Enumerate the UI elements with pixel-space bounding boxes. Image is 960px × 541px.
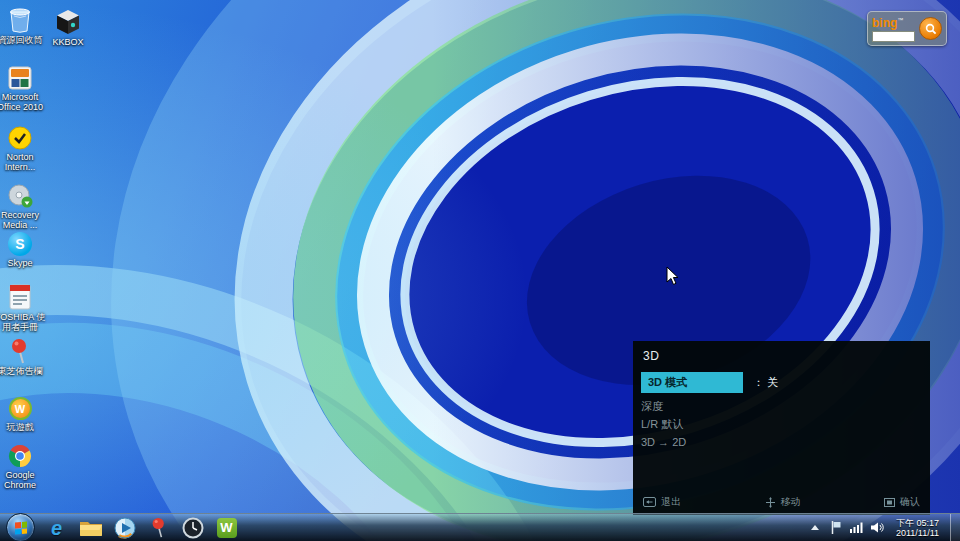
- osd-title: 3D: [633, 347, 930, 372]
- clock-time: 下午 05:17: [896, 518, 939, 528]
- bing-logo: bing™: [872, 15, 915, 29]
- ok-icon: [884, 498, 895, 507]
- windows-logo-icon: [15, 521, 27, 534]
- internet-explorer-icon: e: [51, 518, 62, 538]
- desktop-icon-skype[interactable]: S Skype: [0, 226, 46, 268]
- desktop-icon-play-games[interactable]: W 玩遊戲: [0, 390, 46, 432]
- media-player-icon: [114, 517, 136, 539]
- taskbar: e: [0, 513, 960, 541]
- desktop: 資源回收筒 KKBOX Microsoft Office 2010: [0, 0, 960, 541]
- search-icon: [925, 23, 937, 35]
- osd-hint-label: 退出: [661, 495, 681, 509]
- osd-item-value: ： 关: [753, 375, 778, 390]
- osd-hint-label: 移动: [781, 495, 801, 509]
- pushpin-icon: [10, 334, 30, 364]
- clock-icon: [182, 517, 204, 539]
- exit-icon: [643, 497, 656, 507]
- start-button[interactable]: [6, 513, 35, 541]
- chevron-up-icon: [810, 524, 820, 532]
- desktop-icon-recycle-bin[interactable]: 資源回收筒: [0, 3, 46, 45]
- taskbar-internet-explorer[interactable]: e: [44, 515, 69, 540]
- games-icon: W: [9, 390, 32, 420]
- osd-hint-move: 移动: [765, 495, 801, 509]
- norton-icon: [8, 120, 32, 150]
- bing-search-button[interactable]: [919, 17, 942, 40]
- icon-label: Skype: [7, 258, 32, 268]
- tray-show-hidden-icons[interactable]: [808, 515, 822, 540]
- icon-label: 資源回收筒: [0, 35, 43, 45]
- icon-label: Google Chrome: [0, 470, 46, 490]
- osd-3d-menu: 3D 3D 模式 ： 关 深度 L/R 默认 3D → 2D 退出: [633, 341, 930, 515]
- folder-icon: [79, 519, 103, 537]
- tray-volume[interactable]: [871, 515, 885, 540]
- clock-date: 2011/11/11: [896, 528, 939, 538]
- tray-action-center[interactable]: [829, 515, 843, 540]
- osd-hint-confirm: 确认: [884, 495, 920, 509]
- osd-item-label: 深度: [641, 399, 663, 414]
- osd-item-label: L/R 默认: [641, 417, 683, 432]
- desktop-icon-toshiba-board[interactable]: 東芝佈告欄: [0, 334, 46, 376]
- bing-search-gadget[interactable]: bing™: [867, 11, 947, 46]
- osd-hint-exit: 退出: [643, 495, 681, 509]
- osd-item-depth[interactable]: 深度: [633, 397, 930, 415]
- chrome-icon: [8, 438, 32, 468]
- icon-label: TOSHIBA 使用者手冊: [0, 312, 46, 332]
- toshiba-manual-icon: [9, 280, 31, 310]
- icon-label: 玩遊戲: [7, 422, 34, 432]
- bing-search-input[interactable]: [872, 31, 915, 42]
- osd-hint-label: 确认: [900, 495, 920, 509]
- taskbar-windows-media-player[interactable]: [112, 515, 137, 540]
- taskbar-pushpin[interactable]: [146, 515, 171, 540]
- pushpin-icon: [151, 517, 167, 538]
- move-icon: [765, 497, 776, 508]
- icon-label: KKBOX: [52, 37, 83, 47]
- skype-glyph: S: [15, 236, 24, 252]
- osd-item-label: 3D → 2D: [641, 436, 686, 448]
- desktop-icon-microsoft-office[interactable]: Microsoft Office 2010: [0, 60, 46, 112]
- network-icon: [850, 522, 863, 533]
- taskbar-wildtangent-games[interactable]: W: [214, 515, 239, 540]
- recovery-media-icon: [7, 178, 33, 208]
- osd-item-label: 3D 模式: [641, 372, 743, 393]
- icon-label: 東芝佈告欄: [0, 366, 43, 376]
- system-tray: 下午 05:17 2011/11/11: [808, 514, 960, 541]
- show-desktop-button[interactable]: [950, 514, 960, 541]
- taskbar-clock[interactable]: 下午 05:17 2011/11/11: [896, 518, 939, 538]
- osd-item-lr-default[interactable]: L/R 默认: [633, 415, 930, 433]
- desktop-icon-norton[interactable]: Norton Intern...: [0, 120, 46, 172]
- taskbar-windows-explorer[interactable]: [78, 515, 103, 540]
- recycle-bin-icon: [7, 3, 33, 33]
- flag-icon: [831, 521, 841, 534]
- desktop-icon-recovery-media[interactable]: Recovery Media ...: [0, 178, 46, 230]
- speaker-icon: [871, 522, 884, 533]
- icon-label: Microsoft Office 2010: [0, 92, 46, 112]
- icon-label: Norton Intern...: [0, 152, 46, 172]
- taskbar-pinned-icons: e: [44, 515, 239, 540]
- desktop-icon-toshiba-manual[interactable]: TOSHIBA 使用者手冊: [0, 280, 46, 332]
- tray-network[interactable]: [850, 515, 864, 540]
- osd-item-3d-to-2d[interactable]: 3D → 2D: [633, 433, 930, 451]
- kkbox-icon: [56, 5, 80, 35]
- osd-hints: 退出 移动 确认: [633, 495, 930, 509]
- desktop-icon-kkbox[interactable]: KKBOX: [42, 5, 94, 47]
- osd-item-3d-mode[interactable]: 3D 模式 ： 关: [633, 372, 930, 392]
- wildtangent-icon: W: [217, 518, 237, 538]
- desktop-icon-google-chrome[interactable]: Google Chrome: [0, 438, 46, 490]
- microsoft-office-icon: [8, 60, 32, 90]
- skype-icon: S: [8, 226, 32, 256]
- taskbar-clock-gadget[interactable]: [180, 515, 205, 540]
- games-glyph: W: [15, 403, 25, 415]
